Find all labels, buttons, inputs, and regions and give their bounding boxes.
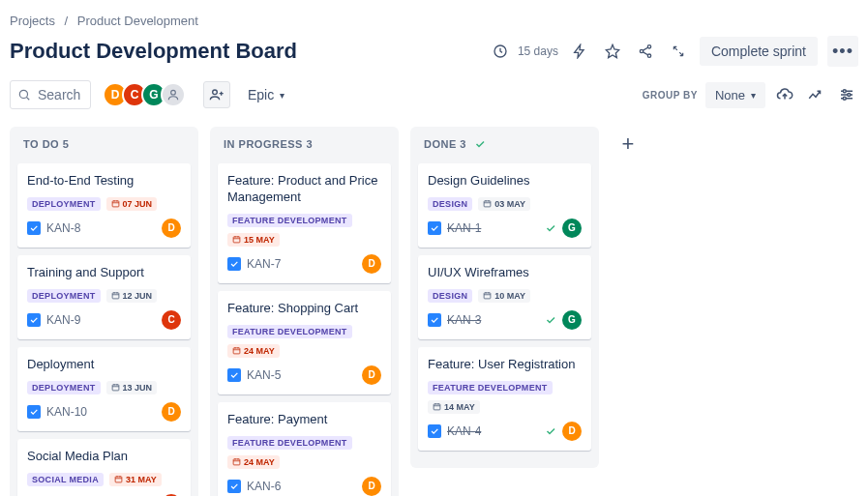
calendar-icon	[232, 346, 241, 355]
svg-rect-11	[112, 293, 119, 299]
assignee-avatar[interactable]: D	[162, 402, 181, 422]
svg-point-7	[843, 90, 846, 93]
assignee-avatar[interactable]: D	[362, 477, 381, 496]
calendar-icon	[483, 199, 492, 208]
svg-rect-12	[112, 385, 119, 391]
epic-filter-dropdown[interactable]: Epic ▾	[242, 83, 290, 106]
board-card[interactable]: Feature: Product and Price ManagementFEA…	[218, 163, 391, 283]
card-tag: FEATURE DEVELOPMENT	[428, 381, 553, 394]
board-card[interactable]: DeploymentDEPLOYMENT13 JUNKAN-10D	[17, 347, 191, 431]
done-check-icon	[474, 138, 486, 150]
card-tag: DESIGN	[428, 289, 472, 303]
calendar-icon	[111, 199, 120, 208]
task-type-icon	[428, 313, 441, 327]
share-icon[interactable]	[634, 40, 657, 63]
more-actions-button[interactable]: •••	[827, 36, 858, 67]
task-type-icon	[27, 405, 41, 419]
card-tag: DEPLOYMENT	[27, 197, 101, 211]
svg-rect-15	[233, 348, 240, 354]
bolt-icon[interactable]	[568, 40, 591, 63]
assignee-avatar[interactable]: C	[162, 310, 181, 330]
card-title: Feature: User Registration	[428, 357, 582, 373]
avatar-stack[interactable]: D C G	[103, 82, 186, 107]
board-card[interactable]: End-to-End TestingDEPLOYMENT07 JUNKAN-8D	[17, 163, 191, 248]
svg-rect-18	[484, 293, 491, 299]
star-icon[interactable]	[601, 40, 624, 63]
board-card[interactable]: UI/UX WireframesDESIGN10 MAYKAN-3G	[418, 255, 591, 339]
calendar-icon	[111, 383, 120, 392]
svg-rect-14	[233, 237, 240, 243]
assignee-avatar[interactable]: D	[362, 365, 381, 385]
column-header[interactable]: IN PROGRESS 3	[218, 136, 391, 152]
card-title: UI/UX Wireframes	[428, 265, 582, 281]
column-header[interactable]: DONE 3	[418, 136, 591, 152]
task-type-icon	[227, 257, 241, 271]
board-card[interactable]: Training and SupportDEPLOYMENT12 JUNKAN-…	[17, 255, 191, 339]
group-by-dropdown[interactable]: None ▾	[705, 82, 765, 108]
card-tag: DESIGN	[428, 197, 472, 211]
avatar-unassigned[interactable]	[161, 82, 186, 107]
card-due-date: 24 MAY	[227, 455, 280, 469]
board-card[interactable]: Design GuidelinesDESIGN03 MAYKAN-1G	[418, 163, 591, 248]
epic-label: Epic	[248, 87, 274, 102]
cloud-upload-icon[interactable]	[773, 83, 796, 106]
card-tag: FEATURE DEVELOPMENT	[227, 436, 352, 450]
column-title: TO DO 5	[23, 138, 69, 150]
svg-point-9	[843, 97, 846, 100]
done-check-icon	[545, 314, 556, 326]
svg-rect-19	[434, 404, 440, 410]
assignee-avatar[interactable]: D	[162, 219, 181, 238]
card-title: Design Guidelines	[428, 173, 582, 190]
sprint-days-remaining[interactable]: 15 days	[489, 40, 558, 63]
card-key: KAN-3	[447, 313, 481, 327]
card-title: Feature: Product and Price Management	[227, 173, 381, 206]
svg-rect-16	[233, 459, 240, 465]
board-card[interactable]: Feature: PaymentFEATURE DEVELOPMENT24 MA…	[218, 402, 391, 496]
svg-point-8	[848, 94, 851, 97]
card-title: Feature: Payment	[227, 412, 381, 428]
card-key: KAN-4	[447, 424, 481, 438]
assignee-avatar[interactable]: D	[562, 422, 582, 441]
clock-icon	[489, 40, 512, 63]
board-card[interactable]: Social Media PlanSOCIAL MEDIA31 MAYKAN-2…	[17, 439, 191, 496]
assignee-avatar[interactable]: G	[562, 219, 582, 238]
assignee-avatar[interactable]: G	[562, 310, 582, 330]
calendar-icon	[232, 235, 241, 244]
card-key: KAN-10	[46, 405, 87, 419]
complete-sprint-button[interactable]: Complete sprint	[700, 37, 818, 66]
column-title: DONE 3	[424, 138, 466, 150]
card-due-date: 14 MAY	[428, 400, 480, 414]
task-type-icon	[428, 424, 441, 438]
column-header[interactable]: TO DO 5	[17, 136, 191, 152]
card-due-date: 31 MAY	[109, 473, 162, 486]
card-key: KAN-1	[447, 221, 481, 235]
board-card[interactable]: Feature: User RegistrationFEATURE DEVELO…	[418, 347, 591, 451]
task-type-icon	[27, 221, 41, 235]
add-people-button[interactable]	[203, 81, 230, 108]
card-key: KAN-6	[247, 480, 281, 493]
view-settings-icon[interactable]	[835, 83, 858, 106]
svg-point-6	[213, 90, 218, 95]
card-title: Social Media Plan	[27, 449, 181, 465]
fullscreen-icon[interactable]	[667, 40, 690, 63]
calendar-icon	[114, 475, 123, 483]
breadcrumb-separator: /	[65, 14, 69, 28]
breadcrumb-root[interactable]: Projects	[10, 14, 55, 28]
insights-icon[interactable]	[804, 83, 827, 106]
svg-point-1	[647, 45, 650, 48]
task-type-icon	[227, 368, 241, 382]
breadcrumb-project[interactable]: Product Development	[77, 14, 198, 28]
svg-point-2	[640, 49, 643, 52]
card-title: Deployment	[27, 357, 181, 373]
task-type-icon	[27, 313, 41, 327]
task-type-icon	[227, 480, 241, 493]
card-tag: FEATURE DEVELOPMENT	[227, 325, 352, 338]
card-due-date: 03 MAY	[478, 197, 530, 211]
assignee-avatar[interactable]: D	[362, 254, 381, 274]
chevron-down-icon: ▾	[280, 90, 284, 101]
card-key: KAN-9	[46, 313, 80, 327]
svg-rect-17	[484, 201, 491, 207]
add-column-button[interactable]: +	[611, 127, 645, 161]
card-key: KAN-7	[247, 257, 281, 271]
board-card[interactable]: Feature: Shopping CartFEATURE DEVELOPMEN…	[218, 291, 391, 394]
